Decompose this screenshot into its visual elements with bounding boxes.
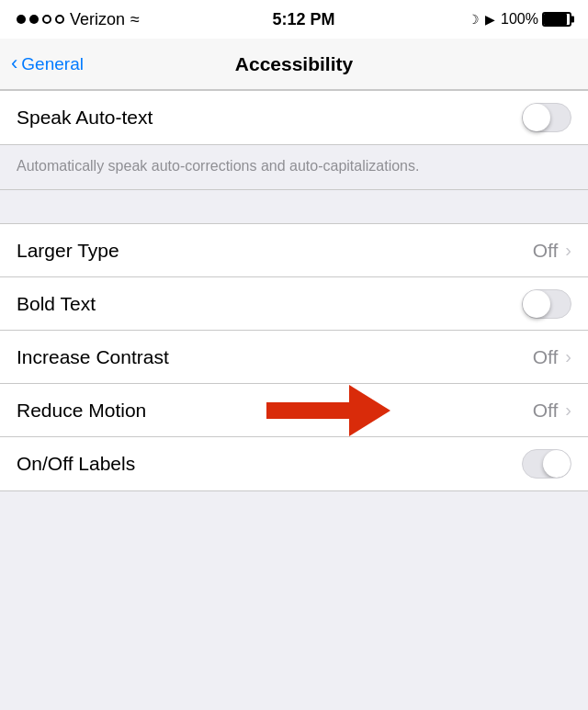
- speak-autotext-label: Speak Auto-text: [17, 107, 153, 129]
- on-off-labels-thumb: [543, 450, 571, 478]
- larger-type-chevron-icon: ›: [565, 240, 571, 261]
- bold-text-row[interactable]: Bold Text: [0, 277, 588, 331]
- on-off-labels-toggle[interactable]: [522, 449, 571, 479]
- nav-bar: ‹ General Accessibility: [0, 39, 588, 90]
- larger-type-row[interactable]: Larger Type Off ›: [0, 224, 588, 277]
- location-icon: ▶: [485, 12, 495, 27]
- battery-fill: [544, 14, 567, 25]
- battery-icon: [542, 12, 571, 27]
- reduce-motion-right: Off ›: [533, 400, 571, 422]
- increase-contrast-chevron-icon: ›: [565, 346, 571, 367]
- status-time: 5:12 PM: [272, 10, 334, 29]
- arrow-body: [266, 402, 349, 419]
- reduce-motion-value: Off: [533, 400, 559, 422]
- signal-dot-4: [55, 15, 64, 24]
- increase-contrast-right: Off ›: [533, 346, 571, 368]
- reduce-motion-label: Reduce Motion: [17, 400, 146, 422]
- annotation-arrow: [266, 385, 390, 436]
- battery-container: 100%: [501, 11, 571, 28]
- bold-text-toggle[interactable]: [522, 289, 571, 319]
- increase-contrast-value: Off: [533, 346, 559, 368]
- back-chevron-icon: ‹: [11, 53, 17, 73]
- speak-autotext-group: Speak Auto-text: [0, 90, 588, 145]
- page-title: Accessibility: [235, 53, 353, 75]
- spacer-1: [0, 190, 588, 223]
- description-text: Automatically speak auto-corrections and…: [17, 158, 419, 174]
- reduce-motion-row[interactable]: Reduce Motion Off ›: [0, 384, 588, 437]
- back-button[interactable]: ‹ General: [11, 54, 84, 74]
- signal-dots: [17, 15, 64, 24]
- increase-contrast-label: Increase Contrast: [17, 346, 169, 368]
- moon-icon: ☽: [468, 12, 480, 27]
- arrow-head-icon: [349, 385, 390, 436]
- status-bar: Verizon ≈ 5:12 PM ☽ ▶ 100%: [0, 0, 588, 39]
- reduce-motion-chevron-icon: ›: [565, 400, 571, 421]
- signal-dot-1: [17, 15, 26, 24]
- speak-autotext-thumb: [523, 104, 550, 131]
- larger-type-right: Off ›: [533, 240, 571, 262]
- larger-type-label: Larger Type: [17, 240, 119, 262]
- signal-dot-2: [29, 15, 39, 24]
- on-off-labels-label: On/Off Labels: [17, 453, 135, 475]
- back-label: General: [21, 54, 84, 74]
- on-off-labels-row[interactable]: On/Off Labels: [0, 437, 588, 490]
- bold-text-thumb: [523, 290, 550, 318]
- speak-autotext-row[interactable]: Speak Auto-text: [0, 91, 588, 144]
- on-off-labels-right: [522, 449, 571, 479]
- bold-text-right: [522, 289, 571, 319]
- speak-autotext-toggle[interactable]: [522, 103, 571, 132]
- larger-type-value: Off: [533, 240, 559, 262]
- description-area: Automatically speak auto-corrections and…: [0, 145, 588, 190]
- status-right: ☽ ▶ 100%: [468, 11, 571, 28]
- increase-contrast-row[interactable]: Increase Contrast Off ›: [0, 331, 588, 384]
- speak-autotext-right: [522, 103, 571, 132]
- main-settings-group: Larger Type Off › Bold Text Increase Con…: [0, 223, 588, 491]
- wifi-icon: ≈: [130, 10, 140, 29]
- bold-text-label: Bold Text: [17, 293, 96, 315]
- signal-dot-3: [42, 15, 51, 24]
- status-left: Verizon ≈: [17, 10, 140, 29]
- red-arrow-full: [266, 385, 390, 436]
- carrier-label: Verizon: [70, 10, 125, 29]
- battery-percent: 100%: [501, 11, 538, 28]
